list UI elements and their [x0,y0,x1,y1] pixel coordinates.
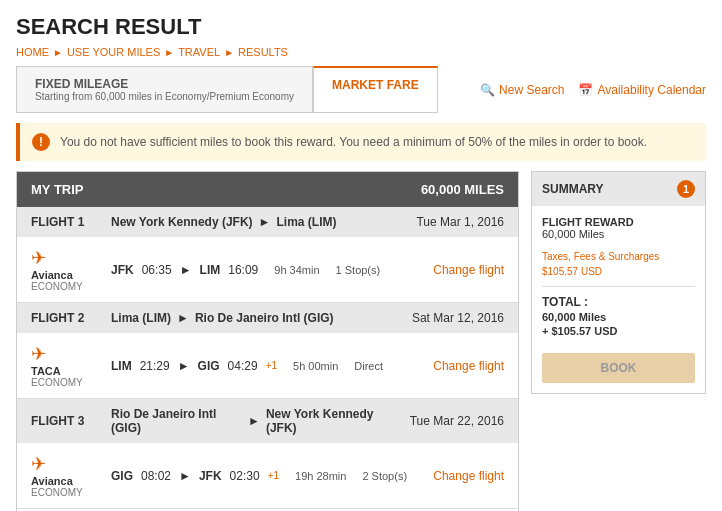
change-flight-1[interactable]: Change flight [433,263,504,277]
my-trip-label: MY TRIP [31,182,84,197]
arr-code-3: JFK [199,469,222,483]
flight-2-from: Lima (LIM) [111,311,171,325]
arr-time-2: 04:29 [228,359,258,373]
summary-badge: 1 [677,180,695,198]
book-button[interactable]: BOOK [542,353,695,383]
summary-reward-label: FLIGHT REWARD [542,216,695,228]
flight-row-3: FLIGHT 3 Rio De Janeiro Intl (GIG) ► New… [17,399,518,443]
change-flight-2[interactable]: Change flight [433,359,504,373]
flight-1-to: Lima (LIM) [276,215,336,229]
airline-name-1: Avianca [31,269,101,281]
page-wrapper: SEARCH RESULT HOME ► USE YOUR MILES ► TR… [0,0,722,511]
new-search-btn[interactable]: 🔍 New Search [480,83,564,97]
flight-row-1: FLIGHT 1 New York Kennedy (JFK) ► Lima (… [17,207,518,237]
change-flight-3[interactable]: Change flight [433,469,504,483]
summary-body: FLIGHT REWARD 60,000 Miles Taxes, Fees &… [532,206,705,393]
flight-section-3: FLIGHT 3 Rio De Janeiro Intl (GIG) ► New… [17,399,518,509]
arrow-1: ► [259,215,271,229]
dep-code-1: JFK [111,263,134,277]
flight-1-label: FLIGHT 1 [31,215,101,229]
tab-fixed-mileage[interactable]: FIXED MILEAGE Starting from 60,000 miles… [16,66,313,113]
breadcrumb-travel[interactable]: TRAVEL [178,46,220,58]
duration-1: 9h 34min [274,264,319,276]
availability-label: Availability Calendar [597,83,706,97]
dep-time-1: 06:35 [142,263,172,277]
stops-1: 1 Stop(s) [336,264,381,276]
breadcrumb: HOME ► USE YOUR MILES ► TRAVEL ► RESULTS [16,46,706,58]
airline-info-3: ✈ Avianca ECONOMY [31,453,101,498]
summary-total-usd: + $105.57 USD [542,325,695,337]
tab-market-fare[interactable]: MARKET FARE [313,66,438,113]
airline-class-2: ECONOMY [31,377,101,388]
time-arrow-1: ► [180,263,192,277]
duration-2: 5h 00min [293,360,338,372]
flight-times-1: JFK 06:35 ► LIM 16:09 9h 34min 1 Stop(s) [111,263,423,277]
breadcrumb-home[interactable]: HOME [16,46,49,58]
fixed-mileage-label: FIXED MILEAGE [35,77,128,91]
calendar-icon: 📅 [578,83,593,97]
dep-code-3: GIG [111,469,133,483]
sep1: ► [53,47,63,58]
flight-2-to: Rio De Janeiro Intl (GIG) [195,311,334,325]
flight-2-label: FLIGHT 2 [31,311,101,325]
dep-time-3: 08:02 [141,469,171,483]
warning-banner: ! You do not have sufficient miles to bo… [16,123,706,161]
search-icon: 🔍 [480,83,495,97]
breadcrumb-results[interactable]: RESULTS [238,46,288,58]
summary-reward-row: FLIGHT REWARD 60,000 Miles [542,216,695,240]
flight-3-label: FLIGHT 3 [31,414,101,428]
summary-divider [542,286,695,287]
availability-calendar-btn[interactable]: 📅 Availability Calendar [578,83,706,97]
trip-table: MY TRIP 60,000 MILES FLIGHT 1 New York K… [16,171,519,511]
warning-icon: ! [32,133,50,151]
time-arrow-2: ► [178,359,190,373]
warning-text: You do not have sufficient miles to book… [60,135,647,149]
flight-section-2: FLIGHT 2 Lima (LIM) ► Rio De Janeiro Int… [17,303,518,399]
arr-time-3: 02:30 [230,469,260,483]
airline-name-2: TACA [31,365,101,377]
dep-code-2: LIM [111,359,132,373]
summary-taxes-row: Taxes, Fees & Surcharges $105.57 USD [542,248,695,278]
airline-name-3: Avianca [31,475,101,487]
page-title: SEARCH RESULT [16,14,706,40]
arrow-3: ► [248,414,260,428]
summary-panel: SUMMARY 1 FLIGHT REWARD 60,000 Miles Tax… [531,171,706,394]
plus-one-3: +1 [268,470,279,481]
market-fare-label: MARKET FARE [332,78,419,92]
flight-3-to: New York Kennedy (JFK) [266,407,400,435]
dep-time-2: 21:29 [140,359,170,373]
flight-3-route: Rio De Janeiro Intl (GIG) ► New York Ken… [111,407,400,435]
breadcrumb-miles[interactable]: USE YOUR MILES [67,46,160,58]
stops-3: 2 Stop(s) [362,470,407,482]
summary-taxes-value: $105.57 USD [542,266,602,277]
airline-class-1: ECONOMY [31,281,101,292]
summary-taxes-label: Taxes, Fees & Surcharges [542,251,659,262]
fixed-mileage-sub: Starting from 60,000 miles in Economy/Pr… [35,91,294,102]
summary-total-label: TOTAL : [542,295,695,309]
flight-3-from: Rio De Janeiro Intl (GIG) [111,407,242,435]
flight-times-2: LIM 21:29 ► GIG 04:29+1 5h 00min Direct [111,359,423,373]
header: SEARCH RESULT HOME ► USE YOUR MILES ► TR… [0,0,722,66]
flight-times-3: GIG 08:02 ► JFK 02:30+1 19h 28min 2 Stop… [111,469,423,483]
trip-miles-label: 60,000 MILES [421,182,504,197]
flight-2-route: Lima (LIM) ► Rio De Janeiro Intl (GIG) [111,311,402,325]
flight-1-route: New York Kennedy (JFK) ► Lima (LIM) [111,215,406,229]
airline-info-2: ✈ TACA ECONOMY [31,343,101,388]
stops-2: Direct [354,360,383,372]
flight-row-2: FLIGHT 2 Lima (LIM) ► Rio De Janeiro Int… [17,303,518,333]
flight-3-date: Tue Mar 22, 2016 [410,414,504,428]
flight-2-date: Sat Mar 12, 2016 [412,311,504,325]
airline-logo-2: ✈ [31,343,101,365]
tabs-left: FIXED MILEAGE Starting from 60,000 miles… [16,66,438,113]
summary-reward-value: 60,000 Miles [542,228,695,240]
arrow-2: ► [177,311,189,325]
arr-code-2: GIG [198,359,220,373]
sep2: ► [164,47,174,58]
flight-1-date: Tue Mar 1, 2016 [416,215,504,229]
summary-header-label: SUMMARY [542,182,604,196]
airline-logo-3: ✈ [31,453,101,475]
trip-table-header: MY TRIP 60,000 MILES [17,172,518,207]
flight-1-from: New York Kennedy (JFK) [111,215,253,229]
arr-time-1: 16:09 [228,263,258,277]
sep3: ► [224,47,234,58]
